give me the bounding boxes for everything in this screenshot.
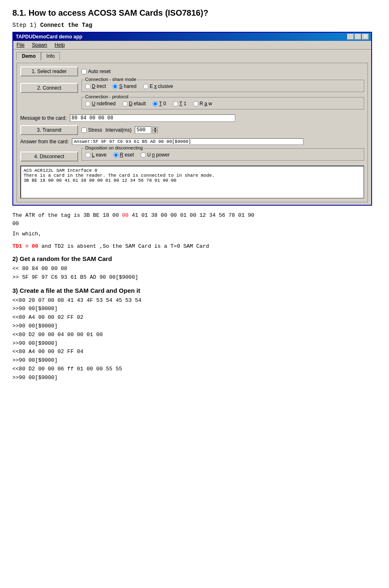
- section2-title: 2) Get a random for the SAM Card: [12, 255, 377, 262]
- disconnect-button[interactable]: 4. Disconnect: [20, 152, 78, 161]
- raw-radio-label[interactable]: Raw: [193, 101, 212, 107]
- step1-label: Step 1) Connect the Tag: [12, 22, 377, 28]
- section3-cmd-8: <<80 D2 00 00 06 ff 01 00 00 55 55: [12, 365, 377, 374]
- message-label: Message to the card:: [20, 115, 67, 121]
- in-which-text: In which,: [12, 230, 377, 238]
- t1-radio-label[interactable]: T1: [173, 101, 186, 107]
- message-row: Message to the card:: [20, 114, 364, 122]
- td1-value: TD1 = 00: [12, 243, 38, 249]
- menu-spawn[interactable]: Spawn: [30, 42, 49, 48]
- section3-cmd-9: >>90 00[$9000]: [12, 374, 377, 382]
- undefined-radio[interactable]: [85, 101, 91, 107]
- atr-red-00: 00: [122, 212, 129, 218]
- tab-demo[interactable]: Demo: [17, 52, 41, 60]
- tab-content: 1. Select reader Auto reset 2. Connect C…: [17, 63, 368, 202]
- protocol-title: Connection - protocol: [84, 94, 129, 99]
- atr-prefix: The ATR of the tag is 3B BE 18 00: [12, 212, 122, 218]
- tab-bar: Demo Info: [17, 52, 368, 60]
- leave-radio[interactable]: [85, 152, 91, 158]
- select-reader-button[interactable]: 1. Select reader: [20, 66, 78, 76]
- menubar: File Spawn Help: [13, 41, 371, 50]
- auto-reset-checkbox[interactable]: [81, 69, 87, 74]
- atr-text: The ATR of the tag is 3B BE 18 00 00 41 …: [12, 211, 377, 228]
- section3-cmd-5: >>90 00[$9000]: [12, 339, 377, 348]
- cmd-out: >> 5F 9F 97 C6 93 61 B5 AD 90 00[$9000]: [12, 273, 377, 282]
- titlebar-buttons: _ □ ✕: [347, 34, 369, 40]
- disposition-options: Leave Reset Unpower: [85, 150, 360, 158]
- interval-label: Interval(ms): [105, 127, 131, 133]
- interval-input[interactable]: [135, 126, 151, 134]
- answer-input[interactable]: [72, 138, 303, 145]
- dialog-body: Demo Info 1. Select reader Auto reset 2.…: [13, 50, 371, 205]
- direct-radio-label[interactable]: Direct: [85, 83, 106, 89]
- disposition-title: Disposition on disconnecting: [84, 145, 143, 150]
- windows-dialog: TAPDUDemoCard demo app _ □ ✕ File Spawn …: [12, 32, 372, 206]
- menu-help[interactable]: Help: [53, 42, 67, 48]
- disposition-group: Disposition on disconnecting Leave Reset…: [81, 148, 364, 161]
- t0-radio-label[interactable]: T0: [153, 101, 166, 107]
- section3-title: 3) Create a file at the SAM Card and Ope…: [12, 287, 377, 294]
- section3-cmd-1: >>90 00[$9000]: [12, 305, 377, 313]
- undefined-radio-label[interactable]: Undefined: [85, 101, 116, 107]
- message-input[interactable]: [70, 114, 235, 122]
- connect-row: 2. Connect Connection - share mode Direc…: [20, 80, 364, 94]
- status-line-3: 3B BE 18 00 00 41 01 38 00 00 01 00 12 3…: [24, 178, 361, 183]
- section3-cmd-4: <<80 D2 00 00 04 00 00 01 00: [12, 331, 377, 339]
- answer-row: Answer from the card:: [20, 138, 364, 145]
- step-number: Step 1): [12, 22, 37, 28]
- section3-cmd-0: <<80 20 07 00 08 41 43 4F 53 54 45 53 54: [12, 296, 377, 305]
- status-box: ACS ACR122L SAM Interface 0 There is a c…: [20, 166, 364, 199]
- status-line-2: There is a card in the reader. The card …: [24, 173, 361, 178]
- exclusive-radio-label[interactable]: Exclusive: [143, 83, 173, 89]
- unpower-radio-label[interactable]: Unpower: [141, 152, 169, 158]
- section3-cmd-3: >>90 00[$9000]: [12, 322, 377, 331]
- protocol-row: Connection - protocol Undefined Default …: [20, 97, 364, 111]
- reset-radio-label[interactable]: Reset: [113, 152, 134, 158]
- page-heading: 8.1. How to access ACOS3 SAM Cards (ISO7…: [12, 8, 377, 18]
- spin-down[interactable]: ▼: [152, 130, 158, 133]
- spin-buttons: ▲ ▼: [152, 127, 158, 133]
- minimize-button[interactable]: _: [347, 34, 354, 40]
- default-radio[interactable]: [122, 101, 128, 107]
- stress-label: Stress: [88, 127, 102, 133]
- td1-suffix: and TD2 is absent ,So the SAM Card is a …: [38, 243, 209, 249]
- direct-radio[interactable]: [85, 84, 91, 89]
- interval-spin: ▲ ▼: [135, 126, 158, 134]
- section3-cmd-2: <<80 A4 00 00 02 FF 02: [12, 313, 377, 322]
- raw-radio[interactable]: [193, 101, 198, 107]
- share-mode-options: Direct Shared Exclusive: [85, 82, 360, 89]
- disconnect-row: 4. Disconnect Disposition on disconnecti…: [20, 148, 364, 162]
- unpower-radio[interactable]: [141, 152, 146, 158]
- section3-cmd-6: <<80 A4 00 00 02 FF 04: [12, 348, 377, 356]
- t0-radio[interactable]: [153, 101, 158, 107]
- td1-line: TD1 = 00 and TD2 is absent ,So the SAM C…: [12, 242, 377, 251]
- close-button[interactable]: ✕: [362, 34, 369, 40]
- leave-radio-label[interactable]: Leave: [85, 152, 107, 158]
- default-radio-label[interactable]: Default: [122, 101, 146, 107]
- cmd-in: << 80 84 00 00 08: [12, 265, 377, 273]
- stress-checkbox[interactable]: [81, 128, 87, 133]
- transmit-row: 3. Transmit Stress Interval(ms) ▲ ▼: [20, 125, 364, 135]
- menu-file[interactable]: File: [15, 42, 26, 48]
- tab-info[interactable]: Info: [41, 52, 60, 60]
- connect-button[interactable]: 2. Connect: [20, 83, 78, 93]
- exclusive-radio[interactable]: [143, 84, 148, 89]
- auto-reset-checkbox-label[interactable]: Auto reset: [81, 69, 111, 74]
- auto-reset-label: Auto reset: [88, 69, 111, 74]
- t1-radio[interactable]: [173, 101, 178, 107]
- share-mode-group: Connection - share mode Direct Shared Ex…: [81, 80, 364, 92]
- titlebar: TAPDUDemoCard demo app _ □ ✕: [13, 33, 371, 41]
- protocol-options: Undefined Default T0 T1 Raw: [85, 99, 360, 107]
- transmit-button[interactable]: 3. Transmit: [20, 125, 78, 135]
- titlebar-text: TAPDUDemoCard demo app: [16, 34, 82, 40]
- maximize-button[interactable]: □: [355, 34, 361, 40]
- share-mode-title: Connection - share mode: [84, 77, 137, 82]
- section3-commands: <<80 20 07 00 08 41 43 4F 53 54 45 53 54…: [12, 296, 377, 382]
- answer-label: Answer from the card:: [20, 139, 69, 145]
- protocol-group: Connection - protocol Undefined Default …: [81, 97, 364, 109]
- section3-cmd-7: >>90 00[$9000]: [12, 356, 377, 365]
- shared-radio[interactable]: [112, 84, 118, 89]
- reset-radio[interactable]: [113, 152, 119, 158]
- stress-checkbox-label[interactable]: Stress: [81, 127, 102, 133]
- shared-radio-label[interactable]: Shared: [112, 83, 136, 89]
